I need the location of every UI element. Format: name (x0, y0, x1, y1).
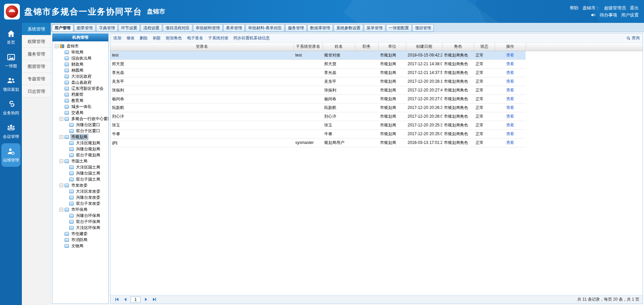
view-link[interactable]: 查看 (506, 131, 514, 136)
tab-0[interactable]: 用户管理 (52, 24, 73, 32)
tree-node[interactable]: 双台子国土局 (53, 176, 108, 182)
tab-7[interactable]: 表单管理 (223, 24, 245, 32)
expand-toggle-icon[interactable]: − (55, 44, 59, 48)
view-link[interactable]: 查看 (506, 79, 514, 84)
column-header-8[interactable]: 操作 (495, 43, 526, 51)
tab-12[interactable]: 菜单管理 (364, 24, 385, 32)
tree-node[interactable]: −盘锦市 (53, 43, 108, 49)
table-row[interactable]: 吴东平吴东平市规划局2017-12-20 20:28:18市规划局角色正常查看 (110, 77, 643, 86)
tree-node[interactable]: 文物局 (53, 243, 108, 249)
view-link[interactable]: 查看 (506, 114, 514, 119)
tab-14[interactable]: 项目管理 (412, 24, 434, 32)
tree-node[interactable]: 双台子区窗口 (53, 128, 108, 134)
view-link[interactable]: 查看 (506, 53, 514, 58)
tree-node[interactable]: 辽东湾新区管委会 (53, 85, 108, 91)
view-link[interactable]: 查看 (506, 123, 514, 127)
tree-node[interactable]: 兴隆台环保局 (53, 213, 108, 219)
tab-10[interactable]: 数据库管理 (307, 24, 333, 32)
table-row[interactable]: testtest规管对接市规划局2018-03-15 09:42:26市规划局角… (110, 51, 643, 60)
tab-3[interactable]: 环节设置 (118, 24, 140, 32)
tree-node[interactable]: 大洼区环保局 (53, 225, 108, 231)
tree-node[interactable]: −市发改委 (53, 182, 108, 188)
tab-4[interactable]: 流程设置 (141, 24, 162, 32)
subnav-item-5[interactable]: 日志管理 (22, 85, 51, 98)
tree-node[interactable]: 教育局 (53, 98, 108, 104)
logout-link[interactable]: 退出 (630, 4, 639, 11)
help-link[interactable]: 帮助 (570, 4, 578, 11)
tree-node[interactable]: 档案馆 (53, 91, 108, 98)
tab-5[interactable]: 项目流程对应 (163, 24, 192, 32)
todo-link[interactable]: 待办事项 (600, 11, 617, 18)
tree-node[interactable]: 大洼区规划局 (53, 140, 108, 146)
view-link[interactable]: 查看 (506, 62, 514, 66)
column-header-5[interactable]: 创建日期 (406, 43, 442, 51)
tree-node[interactable]: 交通局 (53, 110, 108, 116)
tree-node[interactable]: 大洼区政府 (53, 73, 108, 79)
page-number-input[interactable] (130, 297, 141, 303)
tab-9[interactable]: 服务管理 (285, 24, 307, 32)
expand-toggle-icon[interactable]: − (60, 208, 63, 212)
tree-node[interactable]: 兴隆台国土局 (53, 170, 108, 176)
table-row[interactable]: 阮新航阮新航市规划局2017-12-20 20:26:31市规划局角色正常查看 (110, 103, 643, 112)
tree-node[interactable]: 盘山县政府 (53, 79, 108, 85)
tree-node[interactable]: 财政局 (53, 61, 108, 67)
e-signature-button[interactable]: 电子签名 (187, 35, 203, 41)
tree-node[interactable]: −市国土局 (53, 158, 108, 164)
view-link[interactable]: 查看 (506, 140, 514, 145)
user-settings-link[interactable]: 用户设置 (621, 11, 639, 18)
expand-toggle-icon[interactable]: − (60, 159, 63, 163)
table-row[interactable]: 张振利张振利市规划局2017-12-20 20:27:41市规划局角色正常查看 (110, 86, 643, 94)
subnav-item-1[interactable]: 权限管理 (22, 35, 51, 48)
subsystem-connect-button[interactable]: 子系统对接 (208, 35, 228, 41)
tree-node[interactable]: 双台子规划局 (53, 152, 108, 158)
view-link[interactable]: 查看 (506, 70, 514, 75)
tree-node[interactable]: −多规合一行政中心窗口 (53, 116, 108, 122)
tree-node[interactable]: 大洼区发改委 (53, 188, 108, 194)
refresh-button[interactable]: 刷新 (153, 35, 161, 41)
tree-node[interactable]: 兴隆台发改委 (53, 194, 108, 200)
tree-node[interactable]: 兴隆台规划局 (53, 146, 108, 152)
table-row[interactable]: ghjsysmaster规划局用户市规划局2016-03-13 17:01:21… (110, 138, 643, 147)
view-link[interactable]: 查看 (506, 105, 514, 110)
tab-1[interactable]: 图章管理 (74, 24, 96, 32)
expand-toggle-icon[interactable]: − (60, 135, 63, 139)
subnav-item-4[interactable]: 专题管理 (22, 73, 51, 85)
tree-node[interactable]: 市住建委 (53, 231, 108, 237)
column-header-1[interactable]: 子系统登录名 (294, 43, 323, 51)
nav-ops[interactable]: 运维管理 (1, 143, 21, 167)
tab-13[interactable]: 一张图配置 (386, 24, 412, 32)
search-button[interactable]: 查询 (626, 35, 640, 41)
nav-project[interactable]: 项目策划 (0, 73, 22, 96)
column-header-0[interactable]: 登录名 (110, 43, 294, 51)
tree-node[interactable]: −市环保局 (53, 206, 108, 213)
column-header-6[interactable]: 角色 (442, 43, 474, 51)
column-header-4[interactable]: 单位 (378, 43, 406, 51)
table-row[interactable]: 牛睿牛睿市规划局2017-12-20 20:25:01市规划局角色正常查看 (110, 129, 643, 138)
tab-6[interactable]: 审批材料管理 (193, 24, 223, 32)
edit-button[interactable]: 修改 (126, 35, 135, 41)
tree-node[interactable]: −市规划局 (53, 134, 108, 140)
tab-8[interactable]: 审批材料-表单对应 (245, 24, 285, 32)
sync-base-info-button[interactable]: 同步前置机基础信息 (233, 35, 270, 41)
nav-map[interactable]: 一张图 (0, 49, 22, 73)
column-header-2[interactable]: 姓名 (323, 43, 355, 51)
tree-node[interactable]: 市消防局 (53, 237, 108, 243)
tab-11[interactable]: 系统参数设置 (334, 24, 363, 32)
table-row[interactable]: 杨闰春杨闰春市规划局2017-12-20 20:27:06市规划局角色正常查看 (110, 94, 643, 103)
table-row[interactable]: 张玉张玉市规划局2017-12-20 20:25:38市规划局角色正常查看 (110, 121, 643, 129)
prev-page-button[interactable] (122, 297, 128, 303)
tree-node[interactable]: 双台子环保局 (53, 219, 108, 225)
expand-toggle-icon[interactable]: − (60, 184, 63, 187)
table-row[interactable]: 郑天慧郑天慧市规划局2017-12-21 14:38:06市规划局角色正常查看 (110, 60, 643, 68)
tab-2[interactable]: 字典管理 (96, 24, 118, 32)
nav-collaboration[interactable]: 业务协同 (0, 96, 22, 120)
subnav-item-2[interactable]: 服务管理 (22, 48, 51, 60)
tree-node[interactable]: 林园局 (53, 67, 108, 73)
subnav-item-0[interactable]: 系统管理 (22, 23, 51, 35)
org-tree[interactable]: −盘锦市审批局综合执法局财政局林园局大洼区政府盘山县政府辽东湾新区管委会档案馆教… (52, 41, 108, 304)
next-page-button[interactable] (143, 297, 149, 303)
table-row[interactable]: 李光磊李光磊市规划局2017-12-21 14:37:51市规划局角色正常查看 (110, 68, 643, 77)
nav-home[interactable]: 首页 (0, 26, 22, 49)
delete-button[interactable]: 删除 (140, 35, 148, 41)
table-row[interactable]: 刘心洋刘心洋市规划局2017-12-20 20:26:08市规划局角色正常查看 (110, 112, 643, 121)
